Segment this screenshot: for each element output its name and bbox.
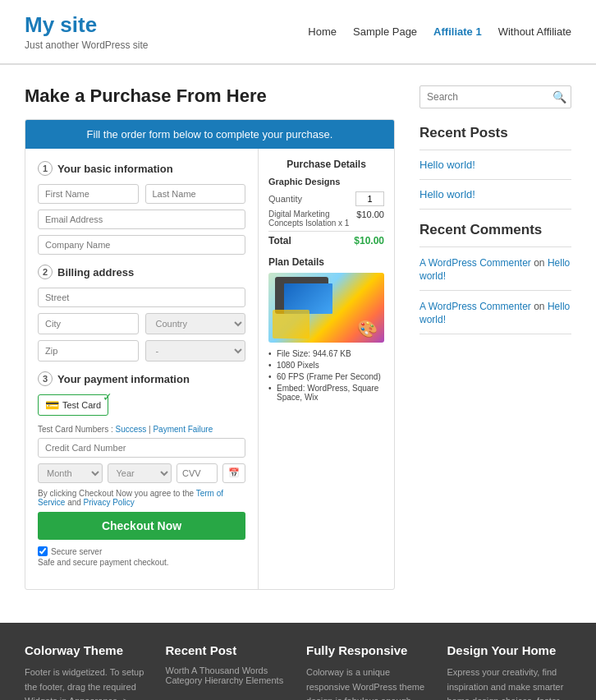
cvv-input[interactable]: [177, 463, 218, 483]
plan-detail-0: File Size: 944.67 KB: [268, 349, 384, 358]
comment-divider-1: [419, 334, 571, 334]
commenter-1-link[interactable]: A WordPress Commenter: [419, 301, 531, 312]
company-input[interactable]: [38, 235, 245, 255]
section-number-1: 1: [38, 161, 53, 176]
secure-text: Safe and secure payment checkout.: [38, 558, 245, 567]
nav-affiliate-1[interactable]: Affiliate 1: [433, 25, 482, 38]
page-title: Make a Purchase From Here: [25, 85, 395, 107]
country-select[interactable]: Country: [145, 313, 246, 334]
privacy-link[interactable]: Privacy Policy: [84, 498, 135, 507]
post-link-0[interactable]: Hello world!: [419, 159, 571, 171]
order-form-body: 1 Your basic information: [25, 149, 394, 589]
secure-checkbox[interactable]: [38, 546, 48, 556]
month-select[interactable]: Month: [38, 463, 103, 483]
tablet-image: [275, 277, 328, 314]
footer-col-0-title: Colorway Theme: [25, 643, 149, 657]
nav-sample-page[interactable]: Sample Page: [353, 25, 417, 38]
zip-select[interactable]: -: [145, 340, 246, 362]
form-right: Purchase Details Graphic Designs Quantit…: [259, 149, 394, 589]
search-input[interactable]: [419, 85, 571, 108]
recent-posts-title: Recent Posts: [419, 125, 571, 141]
credit-card-icon: 💳: [45, 398, 59, 412]
footer-col-2: Fully Responsive Colorway is a unique re…: [306, 643, 431, 700]
site-branding: My site Just another WordPress site: [25, 12, 149, 51]
test-card-button[interactable]: 💳 Test Card ✓: [38, 394, 108, 416]
search-box: 🔍: [419, 85, 571, 108]
recent-posts-divider: [419, 150, 571, 150]
commenter-0-link[interactable]: A WordPress Commenter: [419, 257, 531, 269]
posts-divider: [419, 179, 571, 180]
price-row: Digital Marketing Concepts Isolation x 1…: [268, 210, 384, 228]
footer-recent-link-0[interactable]: Worth A Thousand Words: [166, 665, 291, 675]
plan-details-list: File Size: 944.67 KB 1080 Pixels 60 FPS …: [268, 349, 384, 402]
footer-col-3-text: Express your creativity, find inspiratio…: [447, 665, 572, 700]
footer-col-1: Recent Post Worth A Thousand Words Categ…: [166, 643, 291, 700]
city-country-row: Country: [38, 313, 245, 334]
email-row: [38, 210, 245, 229]
secure-row: Secure server: [38, 546, 245, 556]
comments-divider: [419, 246, 571, 247]
nav-home[interactable]: Home: [308, 25, 337, 38]
content-area: Make a Purchase From Here Fill the order…: [0, 69, 596, 606]
site-header: My site Just another WordPress site Home…: [0, 0, 596, 64]
first-name-input[interactable]: [38, 184, 139, 204]
street-input[interactable]: [38, 288, 245, 307]
quantity-label: Quantity: [268, 194, 302, 204]
email-input[interactable]: [38, 210, 245, 229]
secure-label: Secure server: [51, 547, 102, 556]
search-button[interactable]: 🔍: [552, 90, 566, 104]
city-input[interactable]: [38, 313, 139, 334]
comment-divider-0: [419, 290, 571, 291]
order-form-header: Fill the order form below to complete yo…: [25, 120, 394, 149]
sidebar: 🔍 Recent Posts Hello world! Hello world!…: [419, 85, 571, 590]
digital-marketing-price: $10.00: [356, 210, 384, 228]
last-name-input[interactable]: [145, 184, 246, 204]
test-card-label: Test Card: [62, 400, 101, 410]
section-number-2: 2: [38, 265, 53, 279]
payment-section: 3 Your payment information 💳 Test Card ✓: [38, 371, 245, 567]
footer-main: Colorway Theme Footer is widgetized. To …: [0, 623, 596, 700]
name-row: [38, 184, 245, 204]
failure-link[interactable]: Payment Failure: [153, 425, 213, 434]
comment-0: A WordPress Commenter on Hello world!: [419, 256, 571, 282]
plan-detail-1: 1080 Pixels: [268, 361, 384, 370]
main-content: Make a Purchase From Here Fill the order…: [25, 85, 395, 590]
digital-marketing-label: Digital Marketing Concepts Isolation x 1: [268, 210, 356, 228]
post-link-1[interactable]: Hello world!: [419, 188, 571, 200]
plan-title: Plan Details: [268, 256, 384, 268]
footer-recent-link-1[interactable]: Category Hierarchy Elements: [166, 675, 291, 685]
pencils-image: 🎨: [357, 319, 378, 338]
total-label: Total: [268, 235, 291, 246]
total-price: $10.00: [354, 235, 384, 246]
billing-title: 2 Billing address: [38, 265, 245, 279]
zip-row: -: [38, 340, 245, 362]
credit-card-input[interactable]: [38, 438, 245, 458]
basic-info-label: Your basic information: [57, 163, 173, 175]
test-card-numbers: Test Card Numbers : Success | Payment Fa…: [38, 425, 245, 434]
comment-1: A WordPress Commenter on Hello world!: [419, 299, 571, 325]
success-link[interactable]: Success: [115, 425, 146, 434]
plan-image: 🎨: [268, 273, 384, 343]
basic-info-section: 1 Your basic information: [38, 161, 245, 255]
site-title: My site: [25, 12, 149, 38]
quantity-input[interactable]: [355, 191, 384, 206]
payment-label: Your payment information: [57, 373, 190, 385]
site-tagline: Just another WordPress site: [25, 39, 149, 51]
zip-input[interactable]: [38, 340, 139, 362]
year-select[interactable]: Year: [108, 463, 172, 483]
plan-detail-3: Embed: WordPress, Square Space, Wix: [268, 384, 384, 402]
checkout-button[interactable]: Checkout Now: [38, 512, 245, 540]
month-year-cvv-row: Month Year 📅: [38, 463, 245, 483]
cc-number-row: [38, 438, 245, 458]
footer-col-3: Design Your Home Express your creativity…: [447, 643, 572, 700]
payment-title: 3 Your payment information: [38, 371, 245, 386]
billing-label: Billing address: [57, 266, 134, 279]
basic-info-title: 1 Your basic information: [38, 161, 245, 176]
section-number-3: 3: [38, 371, 53, 386]
nav-without-affiliate[interactable]: Without Affiliate: [498, 25, 571, 38]
calendar-icon[interactable]: 📅: [222, 463, 245, 483]
footer-col-3-title: Design Your Home: [447, 643, 572, 657]
posts-divider-2: [419, 209, 571, 210]
plan-detail-2: 60 FPS (Frame Per Second): [268, 372, 384, 381]
product-name: Graphic Designs: [268, 177, 384, 187]
